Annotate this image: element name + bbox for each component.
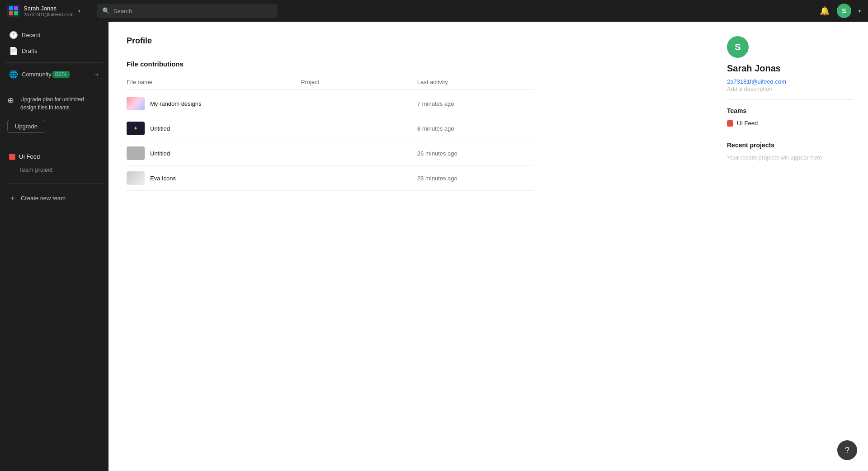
file-activity-cell: 26 minutes ago bbox=[417, 150, 533, 157]
profile-panel: S Sarah Jonas 2a73181f@uifeed.com Add a … bbox=[727, 36, 854, 161]
search-icon: 🔍 bbox=[102, 7, 110, 14]
main-content: Profile File contributions File name Pro… bbox=[108, 22, 868, 471]
file-thumbnail bbox=[127, 97, 145, 110]
table-row[interactable]: Untitled 26 minutes ago bbox=[127, 141, 533, 166]
file-activity-cell: 8 minutes ago bbox=[417, 125, 533, 132]
create-team-label: Create new team bbox=[21, 195, 66, 202]
col-header-last-activity: Last activity bbox=[417, 79, 533, 85]
file-table: File name Project Last activity My rando… bbox=[127, 75, 533, 191]
table-row[interactable]: Eva Icons 28 minutes ago bbox=[127, 166, 533, 191]
globe-icon: 🌐 bbox=[9, 70, 17, 79]
community-badge: Beta bbox=[52, 71, 70, 78]
file-activity-cell: 28 minutes ago bbox=[417, 175, 533, 182]
notification-icon[interactable]: 🔔 bbox=[820, 6, 830, 16]
file-name-cell: ✦ Untitled bbox=[127, 122, 301, 135]
user-avatar-button[interactable]: S bbox=[837, 4, 851, 18]
svg-rect-4 bbox=[14, 11, 18, 15]
main-layout: 🕐 Recent 📄 Drafts 🌐 Community Beta → ⊕ U… bbox=[0, 22, 868, 471]
help-button[interactable]: ? bbox=[837, 440, 857, 460]
user-name: Sarah Jonas bbox=[24, 5, 74, 12]
profile-divider-2 bbox=[727, 134, 854, 134]
recent-projects-title: Recent projects bbox=[727, 141, 854, 149]
profile-teams-title: Teams bbox=[727, 107, 854, 114]
upgrade-button[interactable]: Upgrade bbox=[7, 120, 45, 133]
file-thumbnail: ✦ bbox=[127, 122, 145, 135]
avatar-menu-chevron[interactable]: ▾ bbox=[859, 9, 861, 14]
file-name-cell: Eva Icons bbox=[127, 171, 301, 185]
team-name-label: UI Feed bbox=[19, 153, 40, 160]
sidebar-divider-1 bbox=[5, 62, 103, 63]
sidebar-community-label: Community bbox=[22, 71, 52, 78]
profile-description[interactable]: Add a description bbox=[727, 85, 854, 92]
search-bar[interactable]: 🔍 Search bbox=[97, 4, 278, 18]
user-email: 2a73181f@uifeed.com bbox=[24, 12, 74, 17]
profile-email[interactable]: 2a73181f@uifeed.com bbox=[727, 78, 786, 85]
profile-name: Sarah Jonas bbox=[727, 63, 854, 74]
team-color-dot bbox=[9, 154, 15, 160]
file-name-cell: My random designs bbox=[127, 97, 301, 110]
profile-team-dot bbox=[727, 120, 733, 127]
table-header: File name Project Last activity bbox=[127, 75, 533, 89]
col-header-file-name: File name bbox=[127, 79, 301, 85]
search-placeholder: Search bbox=[113, 8, 132, 14]
topnav: Sarah Jonas 2a73181f@uifeed.com ▾ 🔍 Sear… bbox=[0, 0, 868, 22]
file-thumbnail bbox=[127, 146, 145, 160]
file-activity-cell: 7 minutes ago bbox=[417, 100, 533, 107]
sidebar-divider-3 bbox=[5, 142, 103, 142]
sidebar-item-recent[interactable]: 🕐 Recent bbox=[2, 27, 107, 43]
profile-team-row: UI Feed bbox=[727, 120, 854, 127]
sidebar-divider-4 bbox=[5, 183, 103, 184]
svg-rect-1 bbox=[9, 6, 13, 10]
sidebar-item-team-project[interactable]: Team project bbox=[2, 164, 107, 176]
file-name-text: Untitled bbox=[150, 150, 170, 157]
team-section: UI Feed Team project bbox=[0, 146, 108, 179]
table-row[interactable]: My random designs 7 minutes ago bbox=[127, 91, 533, 116]
app-logo-icon bbox=[7, 5, 20, 17]
upgrade-warning-icon: ⊕ bbox=[7, 95, 14, 105]
plus-icon: ＋ bbox=[9, 193, 16, 203]
sidebar-drafts-label: Drafts bbox=[22, 47, 38, 54]
topnav-right: 🔔 S ▾ bbox=[820, 4, 861, 18]
upgrade-text: Upgrade plan for unlimited design files … bbox=[20, 95, 101, 112]
user-info: Sarah Jonas 2a73181f@uifeed.com bbox=[24, 5, 74, 17]
sidebar-recent-label: Recent bbox=[22, 32, 40, 38]
recent-projects-empty-text: Your recent projects will appear here. bbox=[727, 154, 854, 161]
sidebar-divider-2 bbox=[5, 86, 103, 86]
sidebar: 🕐 Recent 📄 Drafts 🌐 Community Beta → ⊕ U… bbox=[0, 22, 108, 471]
file-icon: 📄 bbox=[9, 47, 17, 55]
svg-rect-2 bbox=[14, 6, 18, 10]
sidebar-item-drafts[interactable]: 📄 Drafts bbox=[2, 43, 107, 59]
create-team-button[interactable]: ＋ Create new team bbox=[2, 189, 107, 207]
clock-icon: 🕐 bbox=[9, 31, 17, 39]
community-row: Community Beta → bbox=[22, 71, 99, 78]
table-row[interactable]: ✦ Untitled 8 minutes ago bbox=[127, 116, 533, 141]
svg-rect-3 bbox=[9, 11, 13, 15]
file-name-text: Untitled bbox=[150, 125, 170, 132]
profile-avatar: S bbox=[727, 36, 749, 58]
sidebar-item-community[interactable]: 🌐 Community Beta → bbox=[2, 66, 107, 82]
svg-rect-0 bbox=[7, 5, 20, 17]
team-header[interactable]: UI Feed bbox=[2, 150, 107, 164]
community-arrow-icon: → bbox=[93, 71, 99, 78]
profile-team-name: UI Feed bbox=[737, 120, 758, 127]
file-name-text: Eva Icons bbox=[150, 175, 176, 182]
upgrade-section: ⊕ Upgrade plan for unlimited design file… bbox=[0, 90, 108, 138]
profile-divider-1 bbox=[727, 99, 854, 100]
upgrade-desc: ⊕ Upgrade plan for unlimited design file… bbox=[7, 95, 101, 116]
user-menu-chevron[interactable]: ▾ bbox=[78, 9, 80, 14]
file-thumbnail bbox=[127, 171, 145, 185]
file-name-cell: Untitled bbox=[127, 146, 301, 160]
file-rows: My random designs 7 minutes ago ✦ Untitl… bbox=[127, 91, 533, 191]
col-header-project: Project bbox=[301, 79, 417, 85]
file-name-text: My random designs bbox=[150, 100, 201, 107]
logo-area[interactable]: Sarah Jonas 2a73181f@uifeed.com ▾ bbox=[7, 5, 80, 17]
